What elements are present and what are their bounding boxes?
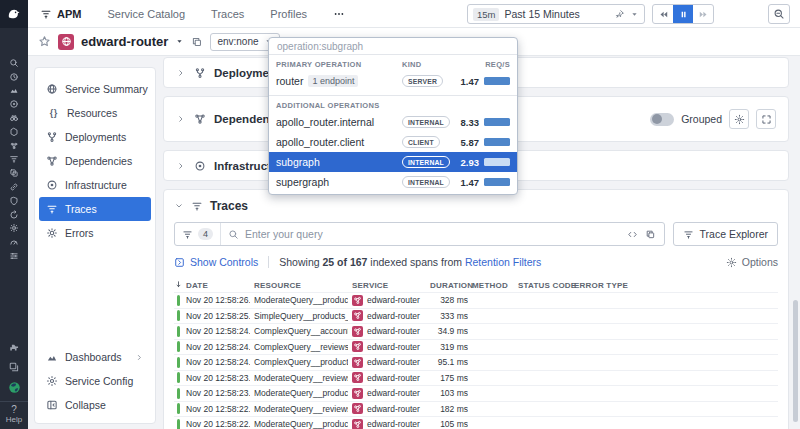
caret-down-icon[interactable] (630, 10, 639, 19)
duration-cell: 328 ms (430, 295, 468, 305)
rail-item-containers[interactable] (0, 166, 28, 180)
sidebar-item-infrastructure[interactable]: Infrastructure (39, 173, 151, 197)
query-input[interactable] (239, 228, 627, 240)
rail-item-watchdog[interactable] (0, 97, 28, 111)
rail-item-integrations[interactable] (0, 357, 28, 377)
topnav-item-apm[interactable]: APM (40, 8, 81, 20)
time-pause-button[interactable] (673, 5, 693, 23)
rail-item-binoculars[interactable] (0, 111, 28, 125)
sidebar-item-deployments[interactable]: Deployments (39, 125, 151, 149)
toggle-knob (652, 114, 662, 124)
pin-icon[interactable] (614, 9, 625, 20)
table-row[interactable]: Nov 20 12:58:23.803ModerateQuery__produc… (174, 385, 778, 401)
table-row[interactable]: Nov 20 12:58:23.978ModerateQuery__review… (174, 370, 778, 386)
table-row[interactable]: Nov 20 12:58:22.033ModerateQuery__produc… (174, 416, 778, 429)
rail-item-security[interactable] (0, 194, 28, 208)
section-settings-button[interactable] (729, 109, 749, 129)
rail-item-apm[interactable] (0, 153, 28, 167)
sidebar-item-dashboards[interactable]: Dashboards (39, 345, 151, 369)
section-expand-button[interactable] (756, 109, 776, 129)
table-row[interactable]: Nov 20 12:58:22.215ModerateQuery__review… (174, 401, 778, 417)
resource-cell: ComplexQuery__accounts__2 (254, 326, 348, 336)
table-row[interactable]: Nov 20 12:58:26.211ModerateQuery__produc… (174, 292, 778, 308)
show-controls-button[interactable]: Show Controls (174, 256, 258, 268)
operation-query-input[interactable]: operation:subgraph (269, 38, 517, 55)
service-name: edward-router (367, 388, 420, 398)
table-row[interactable]: Nov 20 12:58:25.848SimpleQuery__products… (174, 308, 778, 324)
table-row[interactable]: Nov 20 12:58:24.424ComplexQuery__reviews… (174, 339, 778, 355)
trace-explorer-button[interactable]: Trace Explorer (673, 222, 778, 246)
topnav-more-button[interactable] (333, 8, 345, 20)
operation-row-router[interactable]: router 1 endpoint SERVER 1.47 (269, 71, 517, 91)
time-range-picker[interactable]: 15m Past 15 Minutes (467, 4, 645, 24)
rail-item-synthetics[interactable] (0, 208, 28, 222)
datadog-logo[interactable] (0, 0, 28, 28)
rail-item-service-map[interactable] (0, 180, 28, 194)
favorite-star-icon[interactable] (38, 35, 51, 48)
time-rewind-button[interactable] (653, 5, 673, 23)
service-cell: edward-router (352, 372, 426, 383)
operation-row-supergraph[interactable]: supergraphINTERNAL1.47 (269, 172, 517, 192)
sidebar-item-errors[interactable]: Errors (39, 221, 151, 245)
column-header-status-code[interactable]: STATUS CODE (518, 281, 570, 290)
sidebar-item-resources[interactable]: { }Resources (39, 101, 151, 125)
status-indicator (177, 372, 180, 383)
grouped-label: Grouped (681, 113, 722, 125)
column-header-error-type[interactable]: ERROR TYPE (574, 281, 778, 290)
column-header-resource[interactable]: RESOURCE (254, 281, 348, 290)
options-button[interactable]: Options (726, 256, 778, 268)
operation-row-apollo-router-internal[interactable]: apollo_router.internalINTERNAL8.33 (269, 112, 517, 132)
rail-divider (0, 401, 28, 402)
column-header-date[interactable]: DATE (186, 281, 250, 290)
column-header-method[interactable]: METHOD (472, 281, 514, 290)
sidebar-item-collapse[interactable]: Collapse (39, 393, 151, 417)
grouped-toggle[interactable] (650, 113, 674, 126)
status-bar-cell (174, 341, 182, 352)
table-row[interactable]: Nov 20 12:58:24.104ComplexQuery__product… (174, 354, 778, 370)
help-button[interactable]: ? Help (6, 405, 22, 429)
time-forward-button[interactable] (693, 5, 713, 23)
status-indicator (177, 295, 180, 306)
rail-item-serverless[interactable] (0, 235, 28, 249)
topnav-item-profiles[interactable]: Profiles (270, 8, 307, 20)
rail-item-processes[interactable] (0, 139, 28, 153)
sidebar-item-service-config[interactable]: Service Config (39, 369, 151, 393)
collapse-icon (46, 399, 58, 411)
topnav-item-traces[interactable]: Traces (211, 8, 244, 20)
date-sort-control[interactable] (174, 280, 182, 291)
sidebar-item-service-summary[interactable]: Service Summary (39, 77, 151, 101)
resource-cell: ModerateQuery__reviews__1 (254, 373, 348, 383)
status-indicator (177, 403, 180, 414)
resource-cell: SimpleQuery__products__0 (254, 311, 348, 321)
code-view-icon[interactable] (627, 229, 638, 240)
network-icon (46, 155, 58, 167)
operation-row-subgraph[interactable]: subgraphINTERNAL2.93 (269, 152, 517, 172)
sidebar-item-dependencies[interactable]: Dependencies (39, 149, 151, 173)
copy-icon[interactable] (191, 36, 203, 48)
zoom-out-button[interactable] (768, 4, 790, 24)
rail-item-monitors[interactable] (0, 249, 28, 263)
rail-item-infrastructure[interactable] (0, 125, 28, 139)
collapse-traces-chevron[interactable] (174, 201, 184, 211)
service-icon (352, 388, 363, 399)
rail-item-avatar[interactable] (0, 377, 28, 397)
column-header-service[interactable]: SERVICE (352, 281, 426, 290)
sidebar-item-traces[interactable]: Traces (39, 197, 151, 221)
page-scrollbar[interactable] (793, 300, 798, 422)
service-caret-icon[interactable] (175, 37, 184, 46)
rail-item-search[interactable] (0, 56, 28, 70)
topnav-item-service-catalog[interactable]: Service Catalog (107, 8, 185, 20)
retention-filters-link[interactable]: Retention Filters (465, 256, 541, 268)
rail-item-toy[interactable] (0, 337, 28, 357)
copy-query-icon[interactable] (645, 229, 656, 240)
rail-item-metrics[interactable] (0, 84, 28, 98)
reqs-bar (484, 118, 510, 126)
rail-item-history[interactable] (0, 70, 28, 84)
status-bar-cell (174, 419, 182, 429)
reqs-bar (484, 77, 510, 85)
operation-row-apollo-router-client[interactable]: apollo_router.clientCLIENT5.87 (269, 132, 517, 152)
rail-item-errors[interactable] (0, 222, 28, 236)
table-row[interactable]: Nov 20 12:58:24.459ComplexQuery__account… (174, 323, 778, 339)
filters-button[interactable]: 4 (175, 223, 221, 245)
column-header-duration[interactable]: DURATION (430, 281, 468, 290)
